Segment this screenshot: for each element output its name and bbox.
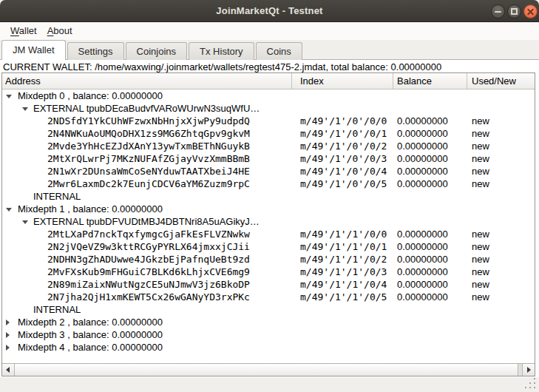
index-cell: m/49'/1'/0'/0/3	[300, 152, 387, 165]
expand-arrow-icon[interactable]	[6, 320, 10, 325]
tree-row-label[interactable]: INTERNAL	[2, 190, 535, 203]
address-cell: 2Mwr6LaxmDc2k7EunjCDCV6aYM6Zuzm9rpC	[47, 178, 250, 190]
status-cell: new	[472, 152, 489, 165]
tree-row-account[interactable]: EXTERNAL tpubDFVUDtMBJ4DBTNri8A5uAGikyJ…	[2, 215, 535, 228]
column-header-address[interactable]: Address	[5, 73, 41, 89]
column-divider[interactable]	[291, 73, 292, 89]
index-cell: m/49'/1'/0'/0/4	[300, 165, 387, 178]
index-cell: m/49'/1'/0'/0/1	[300, 127, 387, 140]
tab-settings[interactable]: Settings	[67, 42, 124, 60]
status-cell: new	[472, 165, 489, 178]
maximize-button[interactable]	[507, 4, 521, 18]
column-header-index[interactable]: Index	[300, 73, 324, 89]
column-divider[interactable]	[393, 73, 393, 89]
index-cell: m/49'/1'/0'/0/5	[300, 178, 387, 190]
status-cell: new	[472, 178, 489, 190]
address-cell: 2NDSfdY1YkCUhWFzwxNbHnjxXjwPy9udpdQ	[47, 115, 250, 127]
expand-arrow-icon[interactable]	[6, 345, 10, 351]
index-cell: m/49'/1'/1'/0/0	[300, 228, 387, 240]
column-divider[interactable]	[467, 73, 467, 89]
address-row[interactable]: 2MvFXsKub9mFHGuiC7BLKd6kLhjxCVE6mg9m/49'…	[2, 266, 535, 278]
address-cell: 2N4NWKuAoUMQoDHX1zs9MG6ZhtqGpv9gkvM	[47, 127, 250, 140]
close-button[interactable]	[523, 4, 538, 18]
address-row[interactable]: 2N2jVQeVZ9w3kttRCGyPYRLX64jmxxjCJiim/49'…	[2, 240, 535, 253]
index-cell: m/49'/1'/0'/0/2	[300, 140, 387, 152]
tree-label: EXTERNAL tpubDFVUDtMBJ4DBTNri8A5uAGikyJ…	[33, 215, 260, 228]
balance-cell: 0.00000000	[397, 291, 448, 303]
status-cell: new	[472, 278, 489, 291]
tree-label: Mixdepth 4 , balance: 0.00000000	[18, 341, 163, 354]
address-row[interactable]: 2N89miZaixNWutNgzCE5uNJmwV3jz6BkoDPm/49'…	[2, 278, 535, 291]
scrollbar-thumb[interactable]	[15, 364, 518, 376]
tree-row-section[interactable]: Mixdepth 3 , balance: 0.00000000	[2, 328, 535, 341]
status-cell: new	[472, 266, 489, 278]
address-row[interactable]: 2NDSfdY1YkCUhWFzwxNbHnjxXjwPy9udpdQm/49'…	[2, 115, 535, 127]
status-cell: new	[472, 240, 489, 253]
address-row[interactable]: 2N1wXr2DUnsaWmCoSeNYduwTAATXbeiJ4HEm/49'…	[2, 165, 535, 178]
application-window: { "window": { "title": "JoinMarketQt - T…	[0, 0, 539, 392]
address-cell: 2MtLXaPd7nckTqxfymgcGjaFkEsFLVZNwkw	[47, 228, 250, 240]
status-cell: new	[472, 115, 489, 127]
horizontal-scrollbar[interactable]	[2, 363, 535, 376]
status-cell: new	[472, 228, 489, 240]
address-row[interactable]: 2N4NWKuAoUMQoDHX1zs9MG6ZhtqGpv9gkvMm/49'…	[2, 127, 535, 140]
tab-jm-wallet[interactable]: JM Wallet	[1, 40, 66, 60]
column-header-balance[interactable]: Balance	[397, 73, 432, 89]
scroll-left-button[interactable]	[2, 364, 15, 376]
balance-cell: 0.00000000	[397, 152, 448, 165]
resize-grip[interactable]	[525, 378, 536, 389]
address-row[interactable]: 2Mvde3YhHcEZJdXAnY13ywTxmBEThNGuykBm/49'…	[2, 140, 535, 152]
tree-row-section[interactable]: Mixdepth 2 , balance: 0.00000000	[2, 316, 535, 328]
tree-row-section[interactable]: Mixdepth 1 , balance: 0.00000000	[2, 203, 535, 215]
balance-cell: 0.00000000	[397, 266, 448, 278]
index-cell: m/49'/1'/1'/0/3	[300, 266, 387, 278]
scroll-right-button[interactable]	[522, 364, 535, 376]
balance-cell: 0.00000000	[397, 228, 448, 240]
address-row[interactable]: 2Mwr6LaxmDc2k7EunjCDCV6aYM6Zuzm9rpCm/49'…	[2, 178, 535, 190]
tab-coinjoins[interactable]: Coinjoins	[126, 42, 187, 60]
tree-label: Mixdepth 0 , balance: 0.00000000	[18, 89, 163, 102]
address-cell: 2MvFXsKub9mFHGuiC7BLKd6kLhjxCVE6mg9	[47, 266, 250, 278]
address-row[interactable]: 2N7jha2QjH1xmKEWT5Cx26wGANyYD3rxPKcm/49'…	[2, 291, 535, 303]
tree-body: Mixdepth 0 , balance: 0.00000000EXTERNAL…	[2, 89, 535, 354]
tree-label: INTERNAL	[33, 303, 81, 316]
tree-label: Mixdepth 1 , balance: 0.00000000	[18, 203, 163, 215]
status-cell: new	[472, 140, 489, 152]
tree-row-section[interactable]: Mixdepth 4 , balance: 0.00000000	[2, 341, 535, 354]
scroll-left-icon	[6, 367, 10, 373]
collapse-arrow-icon[interactable]	[22, 220, 28, 224]
address-cell: 2N1wXr2DUnsaWmCoSeNYduwTAATXbeiJ4HE	[47, 165, 250, 178]
expand-arrow-icon[interactable]	[6, 332, 10, 338]
tree-label: Mixdepth 3 , balance: 0.00000000	[18, 328, 163, 341]
status-cell: new	[472, 291, 489, 303]
status-cell: new	[472, 253, 489, 266]
menu-item-about[interactable]: About	[47, 22, 72, 40]
collapse-arrow-icon[interactable]	[22, 107, 28, 111]
balance-cell: 0.00000000	[397, 178, 448, 190]
index-cell: m/49'/1'/0'/0/0	[300, 115, 387, 127]
tree-label: INTERNAL	[33, 190, 81, 203]
tab-coins[interactable]: Coins	[256, 42, 302, 60]
column-header-used-new[interactable]: Used/New	[472, 73, 516, 89]
menu-item-wallet[interactable]: Wallet	[10, 22, 37, 40]
tree-row-label[interactable]: INTERNAL	[2, 303, 535, 316]
address-row[interactable]: 2NDHN3gZhADUwwe4JGkzbEjPafnqUeBt9zdm/49'…	[2, 253, 535, 266]
balance-cell: 0.00000000	[397, 240, 448, 253]
tree-label: Mixdepth 2 , balance: 0.00000000	[18, 316, 163, 328]
tree-row-account[interactable]: EXTERNAL tpubDEcaBudvfVARoWUrwN3suqWfU…	[2, 102, 535, 115]
scroll-right-icon	[527, 367, 531, 373]
tab-tx-history[interactable]: Tx History	[189, 42, 254, 60]
collapse-arrow-icon[interactable]	[6, 208, 12, 212]
minimize-button[interactable]	[491, 4, 505, 18]
collapse-arrow-icon[interactable]	[6, 95, 12, 98]
status-cell: new	[472, 127, 489, 140]
wallet-tree: AddressIndexBalanceUsed/New Mixdepth 0 ,…	[1, 72, 535, 376]
tree-row-section[interactable]: Mixdepth 0 , balance: 0.00000000	[2, 89, 535, 102]
balance-cell: 0.00000000	[397, 253, 448, 266]
address-cell: 2N89miZaixNWutNgzCE5uNJmwV3jz6BkoDP	[47, 278, 250, 291]
minimize-icon	[495, 11, 501, 13]
current-wallet-banner: CURRENT WALLET: /home/waxwing/.joinmarke…	[3, 61, 441, 72]
tab-bar: JM WalletSettingsCoinjoinsTx HistoryCoin…	[1, 40, 304, 60]
address-row[interactable]: 2MtXrQLwrPj7MKzNUFAfZGjayVvzXmmBBmBm/49'…	[2, 152, 535, 165]
address-row[interactable]: 2MtLXaPd7nckTqxfymgcGjaFkEsFLVZNwkwm/49'…	[2, 228, 535, 240]
